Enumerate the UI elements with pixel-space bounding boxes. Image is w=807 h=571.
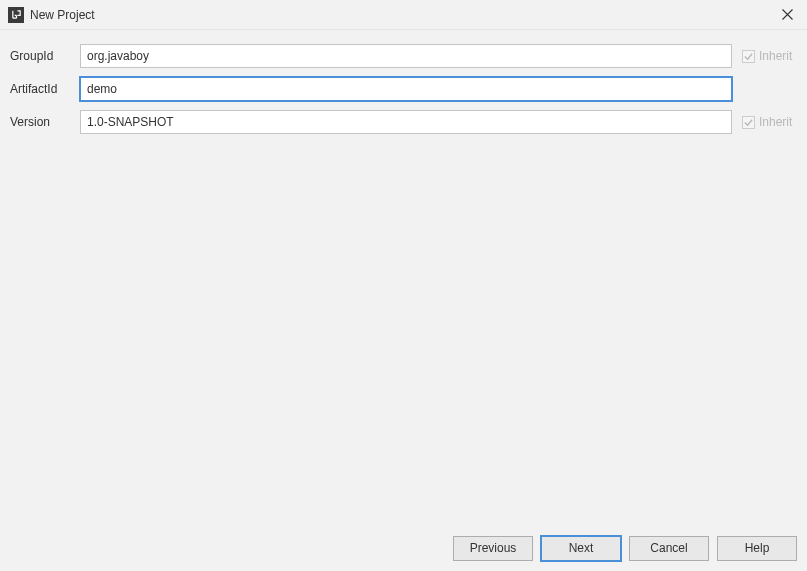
cancel-button[interactable]: Cancel bbox=[629, 536, 709, 561]
groupid-row: GroupId Inherit bbox=[10, 44, 797, 68]
artifactid-input[interactable] bbox=[80, 77, 732, 101]
previous-button[interactable]: Previous bbox=[453, 536, 533, 561]
window-title: New Project bbox=[30, 8, 767, 22]
version-label: Version bbox=[10, 115, 80, 129]
next-button[interactable]: Next bbox=[541, 536, 621, 561]
help-button[interactable]: Help bbox=[717, 536, 797, 561]
version-row: Version Inherit bbox=[10, 110, 797, 134]
close-button[interactable] bbox=[767, 0, 807, 30]
button-bar: Previous Next Cancel Help bbox=[0, 525, 807, 571]
groupid-label: GroupId bbox=[10, 49, 80, 63]
inherit-label: Inherit bbox=[759, 49, 792, 63]
version-input[interactable] bbox=[80, 110, 732, 134]
version-inherit-checkbox: Inherit bbox=[742, 115, 792, 129]
inherit-label: Inherit bbox=[759, 115, 792, 129]
groupid-inherit-checkbox: Inherit bbox=[742, 49, 792, 63]
form-content: GroupId Inherit ArtifactId Version Inher… bbox=[0, 30, 807, 153]
app-icon bbox=[8, 7, 24, 23]
titlebar: New Project bbox=[0, 0, 807, 30]
groupid-input[interactable] bbox=[80, 44, 732, 68]
checkbox-icon bbox=[742, 50, 755, 63]
artifactid-label: ArtifactId bbox=[10, 82, 80, 96]
checkbox-icon bbox=[742, 116, 755, 129]
artifactid-row: ArtifactId bbox=[10, 77, 797, 101]
